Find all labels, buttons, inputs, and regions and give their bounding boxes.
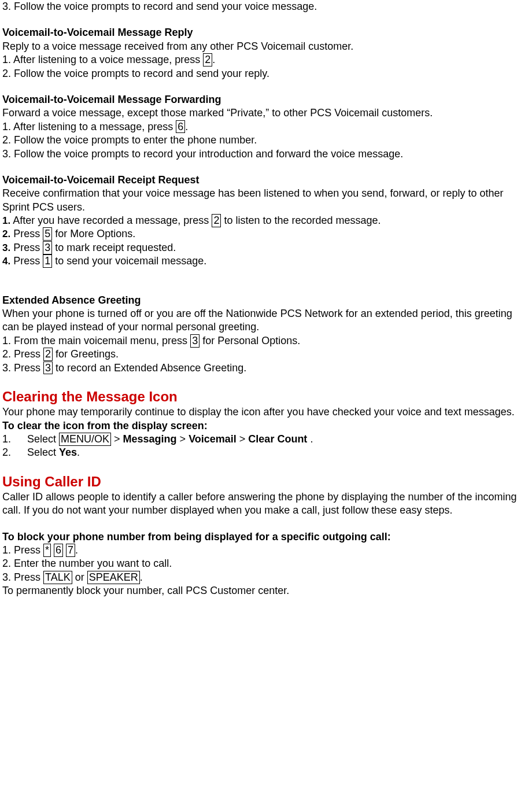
forwarding-step-2: 2. Follow the voice prompts to enter the… (2, 134, 530, 147)
step-number: 4. (2, 256, 10, 267)
receipt-step-3: 3. Press 3 to mark receipt requested. (2, 241, 530, 254)
text: . (75, 544, 78, 556)
text: Press (10, 242, 43, 253)
text: . (212, 54, 215, 65)
desc-caller-id: Caller ID allows people to identify a ca… (2, 490, 530, 518)
desc-vm-receipt: Receive confirmation that your voice mes… (2, 187, 530, 214)
text: to record an Extended Absence Greeting. (53, 362, 246, 374)
text: Select (27, 446, 59, 458)
step-number: 3. (2, 242, 10, 253)
step-number: 1. (2, 215, 10, 226)
step-number: 1. (2, 433, 11, 445)
step-number: 3. (2, 1, 11, 12)
extended-step-2: 2. Press 2 for Greetings. (2, 348, 530, 361)
text: . (140, 571, 143, 583)
key-star: * (43, 544, 51, 557)
text: Press (10, 228, 43, 239)
text: for Greetings. (53, 348, 119, 360)
text: After you have recorded a message, press (10, 215, 212, 226)
text: for More Options. (52, 228, 135, 239)
callerid-step-3: 3. Press TALK or SPEAKER. (2, 571, 530, 584)
text: Select (27, 433, 59, 445)
extended-step-3: 3. Press 3 to record an Extended Absence… (2, 361, 530, 375)
forwarding-step-1: 1. After listening to a message, press 6… (2, 120, 530, 134)
forwarding-step-3: 3. Follow the voice prompts to record yo… (2, 147, 530, 161)
key-2: 2 (43, 348, 53, 361)
option-yes: Yes (59, 446, 77, 458)
key-5: 5 (43, 227, 52, 241)
text: > (111, 433, 123, 445)
desc-clearing: Your phone may temporarily continue to d… (2, 405, 530, 419)
reply-step-2: 2. Follow the voice prompts to record an… (2, 67, 530, 80)
receipt-step-2: 2. Press 5 for More Options. (2, 227, 530, 241)
text: 1. After listening to a message, press (2, 121, 176, 132)
text: > (177, 433, 189, 445)
text: . (77, 446, 80, 458)
clearing-step-2: 2.Select Yes. (2, 446, 530, 459)
text: 2. Press (2, 348, 43, 360)
key-2: 2 (203, 53, 212, 67)
text: 3. Press (2, 362, 43, 374)
key-3: 3 (43, 241, 52, 254)
reply-step-1: 1. After listening to a voice message, p… (2, 53, 530, 67)
key-3: 3 (43, 361, 53, 375)
text: for Personal Options. (200, 335, 300, 346)
callerid-step-1: 1. Press * 6 7. (2, 544, 530, 557)
text: 1. After listening to a voice message, p… (2, 54, 203, 65)
key-2: 2 (212, 214, 221, 227)
menu-messaging: Messaging (123, 433, 177, 445)
callerid-step-2: 2. Enter the number you want to call. (2, 557, 530, 570)
subhead-clearing: To clear the icon from the display scree… (2, 419, 530, 433)
callerid-tail: To permanently block your number, call P… (2, 584, 530, 597)
key-talk: TALK (43, 571, 72, 584)
text: 3. Press (2, 571, 43, 583)
heading-clearing-message-icon: Clearing the Message Icon (2, 388, 530, 405)
extended-step-1: 1. From the main voicemail menu, press 3… (2, 334, 530, 348)
text: . (185, 121, 188, 132)
menu-clear-count: Clear Count (248, 433, 307, 445)
key-menu-ok: MENU/OK (59, 433, 111, 446)
text: Press (10, 255, 43, 267)
receipt-step-4: 4. Press 1 to send your voicemail messag… (2, 254, 530, 268)
text: 1. Press (2, 544, 43, 556)
intro-step-3: 3. Follow the voice prompts to record an… (2, 0, 530, 13)
receipt-step-1: 1. After you have recorded a message, pr… (2, 214, 530, 227)
desc-vm-reply: Reply to a voice message received from a… (2, 40, 530, 53)
heading-extended-absence: Extended Absence Greeting (2, 294, 530, 307)
text: to send your voicemail message. (52, 255, 206, 267)
heading-using-caller-id: Using Caller ID (2, 473, 530, 490)
step-text: Follow the voice prompts to record and s… (11, 1, 317, 12)
heading-vm-forwarding: Voicemail-to-Voicemail Message Forwardin… (2, 93, 530, 106)
key-6: 6 (54, 544, 63, 557)
text: . (307, 433, 313, 445)
key-speaker: SPEAKER (87, 571, 140, 584)
step-number: 2. (2, 446, 11, 458)
key-6: 6 (176, 120, 185, 134)
heading-vm-reply: Voicemail-to-Voicemail Message Reply (2, 26, 530, 39)
text: 1. From the main voicemail menu, press (2, 335, 190, 346)
text: > (237, 433, 249, 445)
key-7: 7 (66, 544, 75, 557)
text: to listen to the recorded message. (221, 215, 380, 226)
subhead-block-number: To block your phone number from being di… (2, 530, 530, 544)
key-1: 1 (43, 254, 52, 268)
text: or (72, 571, 87, 583)
step-number: 2. (2, 228, 10, 239)
clearing-step-1: 1.Select MENU/OK > Messaging > Voicemail… (2, 433, 530, 446)
desc-vm-forwarding: Forward a voice message, except those ma… (2, 106, 530, 120)
menu-voicemail: Voicemail (189, 433, 237, 445)
manual-page: 3. Follow the voice prompts to record an… (2, 0, 530, 763)
key-3: 3 (190, 334, 200, 348)
heading-vm-receipt: Voicemail-to-Voicemail Receipt Request (2, 174, 530, 187)
desc-extended-absence: When your phone is turned off or you are… (2, 307, 530, 334)
text: to mark receipt requested. (52, 242, 176, 253)
